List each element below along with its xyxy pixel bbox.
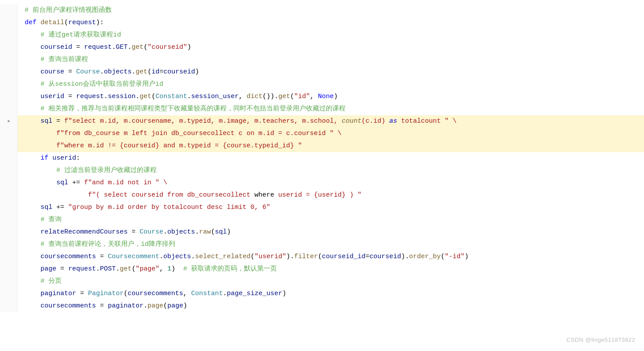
token-c-plain: ( xyxy=(211,227,215,238)
code-line: def detail(request): xyxy=(0,17,644,29)
token-c-string-fstring: (c.id) xyxy=(361,116,389,127)
token-c-variable: courseid_id xyxy=(322,252,365,262)
token-c-comment: # 通过get请求获取课程id xyxy=(40,30,121,40)
token-c-plain: . xyxy=(128,42,132,53)
token-c-param: request xyxy=(68,18,96,28)
token-c-plain xyxy=(25,227,40,238)
token-c-plain: ). xyxy=(401,252,409,262)
token-c-variable: coursecomments xyxy=(128,289,183,299)
token-c-plain: . xyxy=(116,264,120,274)
token-c-plain: ( xyxy=(318,252,322,262)
token-c-plain: ( xyxy=(151,91,155,102)
code-line: # 相关推荐，推荐与当前课程相同课程类型下收藏量较高的课程，同时不包括当前登录用… xyxy=(0,103,644,115)
token-c-class: Course xyxy=(140,227,163,238)
line-content: f"( select courseid from db_coursecollec… xyxy=(18,189,644,201)
code-line: # 分页 xyxy=(0,275,644,288)
token-c-plain: ) xyxy=(195,67,199,77)
line-gutter xyxy=(0,288,18,300)
line-content: # 分页 xyxy=(18,275,644,288)
line-gutter xyxy=(0,29,18,41)
token-c-plain xyxy=(25,55,40,65)
token-c-string-fstring: f"select m.id, m.coursename, m.typeid, m… xyxy=(64,116,342,127)
token-c-plain: += xyxy=(68,178,84,188)
token-c-plain xyxy=(25,67,40,77)
token-c-string-fstring: f"and m.id not in " \ xyxy=(84,178,167,188)
token-c-plain: ): xyxy=(96,18,104,28)
token-c-plain xyxy=(25,252,40,262)
token-c-variable: coursecomments xyxy=(40,252,96,262)
code-line: course = Course.objects.get(id=courseid) xyxy=(0,66,644,78)
token-c-plain: . xyxy=(132,67,136,77)
token-c-variable: sql xyxy=(215,227,227,238)
token-c-comment: # 过滤当前登录用户收藏过的课程 xyxy=(56,165,157,176)
line-gutter xyxy=(0,41,18,54)
line-gutter xyxy=(0,189,18,201)
token-c-string-fstring: userid = {userid} ) " xyxy=(274,190,361,201)
token-c-method: filter xyxy=(294,252,318,262)
token-c-plain: ( xyxy=(290,91,294,102)
token-c-variable: paginator xyxy=(40,289,76,299)
token-c-plain: = xyxy=(159,67,163,77)
token-c-plain: . xyxy=(159,252,163,262)
line-content: paginator = Paginator(coursecomments, Co… xyxy=(18,288,644,300)
token-c-keyword-bold: def xyxy=(25,18,37,28)
token-c-variable: GET xyxy=(116,42,128,53)
token-c-variable: session xyxy=(108,91,136,102)
token-c-string: "-id" xyxy=(445,252,464,262)
line-gutter xyxy=(0,263,18,275)
token-c-method: detail xyxy=(40,18,64,28)
token-c-string-fstring: f"( select courseid from db_coursecollec… xyxy=(88,190,254,201)
token-c-variable: userid xyxy=(52,153,76,164)
token-c-plain: = xyxy=(96,252,108,262)
line-content: sql += f"and m.id not in " \ xyxy=(18,177,644,189)
line-gutter xyxy=(0,251,18,263)
token-c-variable: request xyxy=(84,42,112,53)
token-c-plain: ( xyxy=(132,264,136,274)
code-line: # 查询当前课程评论，关联用户，id降序排列 xyxy=(0,238,644,251)
token-c-plain: . xyxy=(112,42,116,53)
token-c-plain: . xyxy=(223,289,227,299)
token-c-variable: userid xyxy=(40,91,64,102)
token-c-comment: # 查询当前课程评论，关联用户，id降序排列 xyxy=(40,239,175,250)
token-c-plain: ) xyxy=(227,227,231,238)
code-line: sql += f"and m.id not in " \ xyxy=(0,177,644,189)
token-c-plain xyxy=(25,264,40,274)
line-content: # 查询当前课程评论，关联用户，id降序排列 xyxy=(18,238,644,251)
token-c-plain: ( xyxy=(250,252,254,262)
token-c-as: as xyxy=(389,116,397,127)
code-line: ◈ sql = f"select m.id, m.coursename, m.t… xyxy=(0,115,644,128)
line-content: sql = f"select m.id, m.coursename, m.typ… xyxy=(18,115,644,128)
token-c-variable: sql xyxy=(40,116,52,127)
token-c-string: "group by m.id order by totalcount desc … xyxy=(68,202,270,213)
code-line: sql += "group by m.id order by totalcoun… xyxy=(0,201,644,214)
line-gutter xyxy=(0,300,18,312)
line-content: relateRecommendCourses = Course.objects.… xyxy=(18,226,644,238)
token-c-string: "id" xyxy=(294,91,310,102)
token-c-variable: coursecomments xyxy=(40,301,96,311)
token-c-variable: sql xyxy=(56,178,68,188)
token-c-method: dict xyxy=(247,91,262,102)
token-c-count: count xyxy=(342,116,361,127)
token-c-plain: ) xyxy=(171,264,183,274)
token-c-plain: . xyxy=(187,91,191,102)
token-c-plain xyxy=(25,153,40,164)
line-gutter xyxy=(0,201,18,214)
token-c-plain: , xyxy=(310,91,318,102)
line-gutter xyxy=(0,275,18,288)
line-content: # 过滤当前登录用户收藏过的课程 xyxy=(18,165,644,177)
token-c-plain: = xyxy=(72,42,84,53)
token-c-plain: = xyxy=(96,301,108,311)
code-container: # 前台用户课程详情视图函数def detail(request): # 通过g… xyxy=(0,0,644,351)
token-c-plain xyxy=(25,202,40,213)
line-content: # 查询当前课程 xyxy=(18,54,644,66)
token-c-variable: page_size_user xyxy=(227,289,282,299)
token-c-plain: . xyxy=(104,91,108,102)
token-c-plain xyxy=(25,165,56,176)
code-line: f"( select courseid from db_coursecollec… xyxy=(0,189,644,201)
token-c-variable: courseid xyxy=(163,67,195,77)
token-c-plain: ( xyxy=(64,18,68,28)
code-line: relateRecommendCourses = Course.objects.… xyxy=(0,226,644,238)
token-c-plain: , xyxy=(183,289,191,299)
token-c-variable: objects xyxy=(167,227,195,238)
token-c-plain xyxy=(25,190,88,201)
